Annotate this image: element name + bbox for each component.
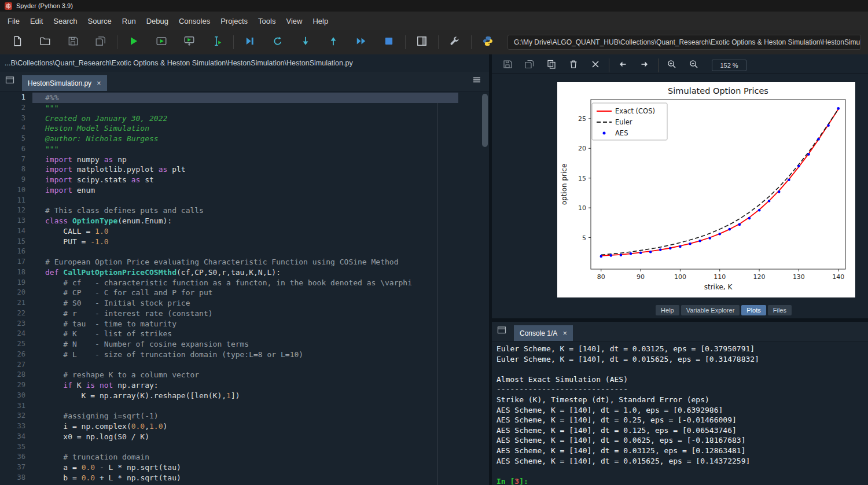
working-directory-input[interactable]: G:\My Drive\ALGO_QUANT_HUB\Collections\Q… xyxy=(507,35,861,50)
save-all-plots-button[interactable] xyxy=(522,58,537,72)
console-line: Strike (K), Timestep (dt), Standard Erro… xyxy=(496,395,868,405)
python-env-button[interactable] xyxy=(479,34,496,51)
menu-projects[interactable]: Projects xyxy=(215,14,253,28)
run-selection-button[interactable] xyxy=(208,34,226,51)
code-editor[interactable]: 1234567891011121314151617181920212223242… xyxy=(0,91,489,485)
menu-help[interactable]: Help xyxy=(307,14,333,28)
debug-continue-icon xyxy=(272,35,284,49)
options-menu-icon[interactable] xyxy=(472,75,484,86)
scrollbar-thumb[interactable] xyxy=(482,94,488,147)
save-all-button[interactable] xyxy=(92,34,109,51)
menu-consoles[interactable]: Consoles xyxy=(174,14,215,28)
tab-plots[interactable]: Plots xyxy=(741,305,766,315)
fast-forward-button[interactable] xyxy=(352,34,370,51)
close-tab-icon[interactable]: × xyxy=(562,329,567,337)
run-button[interactable] xyxy=(125,34,142,51)
zoom-level[interactable]: 152 % xyxy=(712,60,746,71)
code-line: #assigning i=sqrt(-1) xyxy=(32,411,480,421)
svg-text:5: 5 xyxy=(582,234,586,242)
console-line xyxy=(496,466,868,476)
editor-tab[interactable]: HestonSimulation.py × xyxy=(22,75,107,91)
menu-view[interactable]: View xyxy=(281,14,307,28)
console-tab[interactable]: Console 1/A × xyxy=(514,325,573,341)
debug-button[interactable] xyxy=(241,34,259,51)
code-line: PUT = -1.0 xyxy=(32,237,480,247)
console-output[interactable]: Euler Scheme, K = [140], dt = 0.03125, e… xyxy=(492,341,868,485)
menu-edit[interactable]: Edit xyxy=(25,14,48,28)
debug-return-button[interactable] xyxy=(325,34,342,51)
editor-scrollbar[interactable] xyxy=(482,93,488,484)
toolbar-separator xyxy=(438,35,439,49)
tab-files[interactable]: Files xyxy=(768,305,792,315)
code-line: Heston Model Simulation xyxy=(32,123,480,134)
svg-text:Exact (COS): Exact (COS) xyxy=(615,107,655,115)
maximize-pane-button[interactable] xyxy=(413,34,431,51)
menu-source[interactable]: Source xyxy=(83,14,117,28)
chart: 8090100110120130140510152025Simulated Op… xyxy=(557,82,855,297)
run-cell-advance-button[interactable] xyxy=(181,34,198,51)
svg-text:Simulated Option Prices: Simulated Option Prices xyxy=(668,86,768,95)
remove-all-plots-button[interactable] xyxy=(588,58,603,72)
editor-tab-label: HestonSimulation.py xyxy=(28,79,91,87)
close-tab-icon[interactable]: × xyxy=(97,79,101,87)
remove-plot-button[interactable] xyxy=(566,58,581,72)
debug-icon xyxy=(244,35,256,49)
console-line: AES Scheme, K = [140], dt = 0.03125, eps… xyxy=(496,446,868,456)
stop-button[interactable] xyxy=(380,34,398,51)
menu-search[interactable]: Search xyxy=(48,14,82,28)
copy-plot-button[interactable] xyxy=(544,58,559,72)
new-file-button[interactable] xyxy=(9,34,26,51)
svg-text:AES: AES xyxy=(615,129,628,137)
run-cell-advance-icon xyxy=(183,35,195,49)
console-line: Almost Exact Simulation (AES) xyxy=(496,374,868,385)
save-plot-button[interactable] xyxy=(500,58,515,72)
code-line: b = 0.0 + L * np.sqrt(tau) xyxy=(32,473,480,483)
tab-help[interactable]: Help xyxy=(656,305,679,315)
console-line: AES Scheme, K = [140], dt = 0.25, eps = … xyxy=(496,415,868,425)
line-number: 35 xyxy=(0,442,32,453)
plots-toolbar: 152 % xyxy=(492,57,868,74)
tab-variable-explorer[interactable]: Variable Explorer xyxy=(681,305,740,315)
python-env-icon xyxy=(482,35,494,49)
browse-tabs-icon[interactable] xyxy=(496,325,509,336)
open-file-button[interactable] xyxy=(36,34,54,51)
main-toolbar: G:\My Drive\ALGO_QUANT_HUB\Collections\Q… xyxy=(0,30,868,54)
svg-text:15: 15 xyxy=(578,175,586,182)
svg-text:80: 80 xyxy=(597,273,605,281)
debug-step-button[interactable] xyxy=(297,34,314,51)
save-icon xyxy=(67,35,79,49)
browse-tabs-icon[interactable] xyxy=(5,75,17,86)
menu-run[interactable]: Run xyxy=(117,14,141,28)
save-button[interactable] xyxy=(64,34,82,51)
run-cell-button[interactable] xyxy=(153,34,170,51)
code-line: # cf - characteristic function as a func… xyxy=(32,278,480,288)
toolbar-separator xyxy=(471,35,472,49)
debug-continue-button[interactable] xyxy=(269,34,286,51)
menu-tools[interactable]: Tools xyxy=(253,14,281,28)
previous-plot-button[interactable] xyxy=(615,58,630,72)
code-line: import enum xyxy=(32,185,480,196)
debug-return-icon xyxy=(328,35,339,49)
editor-tab-bar: HestonSimulation.py × xyxy=(0,72,489,91)
next-plot-button[interactable] xyxy=(637,58,652,72)
line-number: 4 xyxy=(0,123,32,134)
console-pane: Console 1/A × Euler Scheme, K = [140], d… xyxy=(492,322,868,485)
breadcrumb: ...B\Collections\Quant_Research\Exotic O… xyxy=(0,54,489,72)
line-number: 34 xyxy=(0,432,32,442)
line-number: 17 xyxy=(0,257,32,267)
zoom-in-button[interactable] xyxy=(664,58,679,72)
line-number: 29 xyxy=(0,380,32,391)
code-line: import matplotlib.pyplot as plt xyxy=(32,164,480,175)
menu-file[interactable]: File xyxy=(2,14,25,28)
toolbar-separator xyxy=(117,35,117,49)
code-line: # L - size of truncation domain (type:L=… xyxy=(32,350,480,360)
code-line: """ xyxy=(32,144,480,155)
toolbar-separator xyxy=(233,35,234,49)
svg-text:120: 120 xyxy=(753,273,766,281)
zoom-out-button[interactable] xyxy=(686,58,701,72)
line-number: 13 xyxy=(0,216,32,226)
menu-debug[interactable]: Debug xyxy=(141,14,174,28)
code-line xyxy=(32,247,480,257)
tools-wrench-button[interactable] xyxy=(446,34,464,51)
line-number: 3 xyxy=(0,113,32,124)
